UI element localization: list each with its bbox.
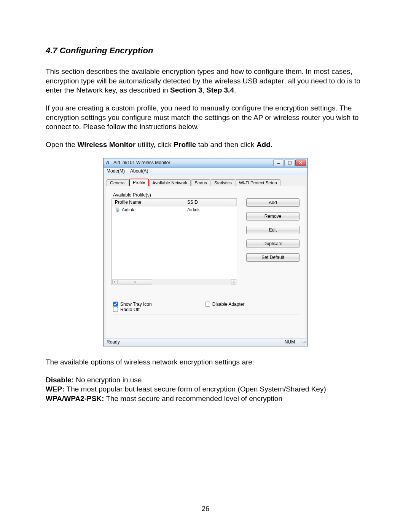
show-tray-label: Show Tray Icon — [120, 302, 152, 307]
listview-header: Profile Name SSID — [112, 199, 237, 206]
disable-adapter-checkbox[interactable] — [205, 302, 210, 307]
opt-disable-text: No encryption in use — [74, 376, 142, 384]
tab-status[interactable]: Status — [191, 179, 210, 186]
opt-disable-label: Disable: — [46, 376, 74, 384]
edit-button[interactable]: Edit — [246, 226, 299, 234]
paragraph-1: This section describes the available enc… — [46, 67, 365, 95]
app-icon: A — [106, 160, 111, 165]
close-button[interactable] — [295, 160, 306, 166]
set-default-button[interactable]: Set Default — [246, 253, 299, 262]
bottom-checks: Show Tray Icon Radio Off Disable Adapter — [112, 299, 299, 315]
text: utility, click — [135, 141, 174, 149]
svg-point-2 — [306, 340, 306, 341]
svg-point-7 — [306, 342, 306, 343]
bold-text: Wireless Monitor — [77, 141, 135, 149]
remove-button[interactable]: Remove — [246, 212, 299, 220]
paragraph-4: The available options of wireless networ… — [46, 358, 365, 367]
text: Open the — [46, 141, 77, 149]
text: . — [234, 86, 236, 94]
cell-ssid: Airlink — [184, 207, 237, 212]
opt-wpa-label: WPA/WPA2-PSK: — [46, 395, 104, 403]
group-label: Available Profile(s) — [113, 192, 299, 198]
radio-off-label: Radio Off — [120, 307, 139, 312]
tabstrip: General Profile Available Network Status… — [106, 177, 305, 186]
cell-profile-name: Airlink — [122, 207, 134, 212]
minimize-icon — [277, 161, 280, 165]
window-title: AirLink101 Wireless Monitor — [113, 160, 170, 165]
resize-grip-icon — [303, 340, 307, 343]
bold-text: Step 3.4 — [206, 86, 234, 94]
status-num: NUM — [279, 339, 301, 346]
bold-text: Add. — [256, 141, 272, 149]
menu-mode[interactable]: Mode(M) — [107, 168, 125, 174]
svg-point-9 — [304, 343, 305, 343]
tab-wifi-protect[interactable]: Wi-Fi Protect Setup — [236, 179, 280, 186]
menu-about[interactable]: About(A) — [130, 168, 148, 174]
tab-profile[interactable]: Profile — [129, 179, 149, 186]
tab-general[interactable]: General — [107, 179, 129, 186]
svg-point-3 — [305, 341, 306, 342]
show-tray-checkbox[interactable] — [113, 302, 118, 307]
tab-statistics[interactable]: Statistics — [211, 179, 235, 186]
minimize-button[interactable] — [273, 160, 284, 166]
duplicate-button[interactable]: Duplicate — [246, 240, 299, 248]
status-ready: Ready — [104, 339, 130, 346]
chevron-left-icon — [114, 281, 116, 283]
text: tab and then click — [196, 141, 256, 149]
maximize-button[interactable] — [284, 160, 295, 166]
horizontal-scrollbar[interactable]: III — [112, 279, 237, 285]
resize-grip[interactable] — [301, 340, 307, 344]
svg-point-11 — [306, 343, 306, 343]
opt-wpa-text: The most secure and recommended level of… — [104, 395, 282, 403]
list-item[interactable]: 📡 Airlink Airlink — [112, 206, 237, 213]
section-heading: 4.7 Configuring Encryption — [46, 46, 365, 56]
svg-point-10 — [305, 343, 306, 343]
disable-adapter-label: Disable Adapter — [212, 302, 245, 307]
menubar: Mode(M) About(A) — [104, 168, 307, 175]
svg-point-5 — [304, 342, 305, 343]
titlebar: A AirLink101 Wireless Monitor — [104, 158, 307, 168]
page-number: 26 — [0, 505, 411, 513]
svg-rect-1 — [288, 161, 291, 164]
svg-point-4 — [306, 341, 306, 342]
scroll-left-button[interactable] — [112, 279, 118, 284]
chevron-right-icon — [233, 281, 235, 283]
add-button[interactable]: Add — [246, 198, 299, 207]
options-list: Disable: No encryption in use WEP: The m… — [46, 375, 365, 404]
text: , — [202, 86, 207, 94]
radio-off-checkbox[interactable] — [113, 307, 118, 312]
button-stack: Add Remove Edit Duplicate Set Default — [246, 198, 299, 285]
paragraph-2: If you are creating a custom profile, yo… — [46, 104, 365, 132]
opt-wep-text: The most popular but least secure form o… — [65, 385, 326, 393]
scroll-right-button[interactable] — [231, 279, 236, 284]
bold-text: Section 3 — [170, 86, 202, 94]
statusbar: Ready NUM — [104, 338, 307, 346]
tab-available-network[interactable]: Available Network — [149, 179, 191, 186]
paragraph-3: Open the Wireless Monitor utility, click… — [46, 140, 365, 150]
window-controls — [273, 160, 306, 166]
svg-rect-0 — [277, 163, 280, 164]
column-profile-name[interactable]: Profile Name — [112, 199, 184, 206]
bold-text: Profile — [174, 141, 196, 149]
tabpanel-profile: Available Profile(s) Profile Name SSID 📡 — [106, 186, 305, 338]
svg-point-8 — [303, 343, 304, 343]
antenna-icon: 📡 — [115, 207, 120, 212]
column-ssid[interactable]: SSID — [184, 199, 237, 206]
maximize-icon — [288, 161, 292, 165]
svg-point-6 — [305, 342, 306, 343]
profiles-listview[interactable]: Profile Name SSID 📡 Airlink Airlink — [112, 198, 237, 285]
scroll-thumb[interactable]: III — [118, 279, 152, 284]
close-icon — [299, 161, 303, 165]
app-window: A AirLink101 Wireless Monitor Mode(M) Ab… — [103, 158, 308, 346]
opt-wep-label: WEP: — [46, 385, 65, 393]
